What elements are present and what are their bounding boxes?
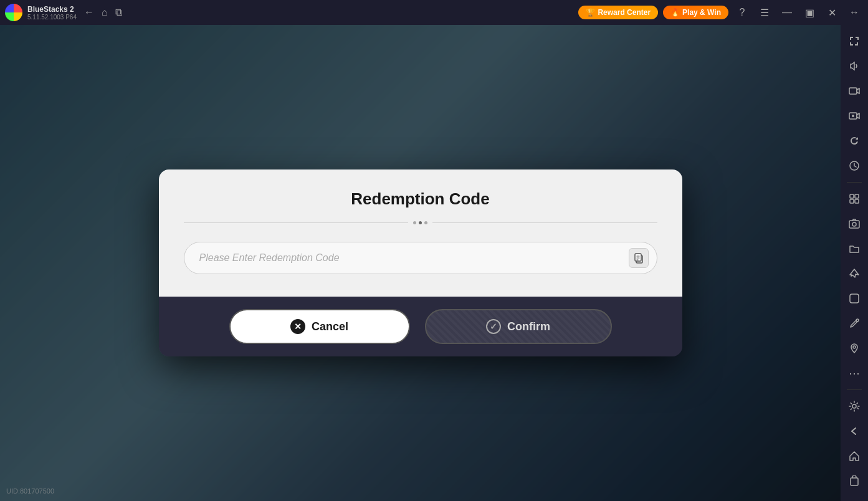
svg-point-12 xyxy=(853,346,856,348)
top-right-buttons: 🏆 Reward Center 🔥 Play & Win xyxy=(578,6,728,19)
confirm-icon: ✓ xyxy=(486,319,501,334)
top-bar: BlueStacks 2 5.11.52.1003 P64 ← ⌂ ⧉ 🏆 Re… xyxy=(0,0,868,25)
svg-rect-8 xyxy=(849,221,859,228)
record-icon[interactable] xyxy=(843,105,866,127)
sidebar-divider-2 xyxy=(847,389,862,390)
cancel-icon: ✕ xyxy=(290,319,305,334)
volume-icon[interactable] xyxy=(843,55,866,77)
svg-rect-5 xyxy=(855,194,859,198)
divider-line-right xyxy=(432,222,657,223)
divider-dot-2 xyxy=(419,221,422,224)
folder-icon[interactable] xyxy=(843,237,866,260)
reward-center-button[interactable]: 🏆 Reward Center xyxy=(578,6,658,19)
svg-point-13 xyxy=(852,404,856,408)
modal-body: Redemption Code xyxy=(159,169,682,297)
modal-title: Redemption Code xyxy=(184,189,657,209)
app-info: BlueStacks 2 5.11.52.1003 P64 xyxy=(27,5,77,21)
menu-icon[interactable]: ☰ xyxy=(756,4,773,21)
video-icon[interactable] xyxy=(843,80,866,102)
divider-dot-3 xyxy=(424,221,427,224)
fullscreen-icon[interactable] xyxy=(843,30,866,52)
screenshot-icon[interactable] xyxy=(843,212,866,235)
window-controls: ? ☰ — ▣ ✕ ↔ xyxy=(733,4,863,21)
sidebar-divider-1 xyxy=(847,182,862,183)
confirm-label: Confirm xyxy=(507,320,550,333)
home-nav-icon[interactable] xyxy=(843,445,866,467)
cancel-label: Cancel xyxy=(312,320,348,333)
divider-dot-1 xyxy=(413,221,416,224)
modal-footer: ✕ Cancel ✓ Confirm xyxy=(159,297,682,356)
multi-instance-icon[interactable]: ⧉ xyxy=(115,7,122,18)
settings-icon[interactable] xyxy=(843,395,866,418)
svg-point-11 xyxy=(856,319,859,322)
expand-icon[interactable]: ↔ xyxy=(846,4,863,21)
modal-divider xyxy=(184,221,657,224)
divider-dots xyxy=(413,221,427,224)
code-input-wrapper xyxy=(184,242,657,274)
minimize-icon[interactable]: — xyxy=(778,4,796,21)
location-icon[interactable] xyxy=(843,337,866,360)
app-version: 5.11.52.1003 P64 xyxy=(27,14,77,21)
svg-point-9 xyxy=(852,222,856,226)
eco-icon[interactable] xyxy=(843,287,866,310)
play-win-label: Play & Win xyxy=(682,8,721,17)
app-name: BlueStacks 2 xyxy=(27,5,77,14)
clipboard-icon[interactable] xyxy=(843,470,866,492)
redemption-modal: Redemption Code xyxy=(159,169,682,356)
modal-overlay: Redemption Code xyxy=(0,25,841,501)
svg-rect-6 xyxy=(850,199,854,203)
cancel-button[interactable]: ✕ Cancel xyxy=(229,309,410,344)
restore-icon[interactable]: ▣ xyxy=(801,4,818,21)
refresh-icon[interactable] xyxy=(843,130,866,152)
reward-icon: 🏆 xyxy=(586,8,595,17)
back-nav-icon[interactable] xyxy=(843,420,866,442)
svg-rect-7 xyxy=(855,199,859,203)
svg-point-2 xyxy=(852,115,854,117)
svg-rect-0 xyxy=(849,88,857,94)
rotate-icon[interactable] xyxy=(843,155,866,177)
close-icon[interactable]: ✕ xyxy=(823,4,841,21)
redemption-code-input[interactable] xyxy=(184,242,657,274)
logo-icon xyxy=(5,4,22,21)
apps-icon[interactable] xyxy=(843,188,866,210)
app-logo: BlueStacks 2 5.11.52.1003 P64 xyxy=(5,4,77,21)
back-icon[interactable]: ← xyxy=(84,7,94,18)
draw-icon[interactable] xyxy=(843,312,866,335)
nav-controls: ← ⌂ ⧉ xyxy=(84,7,122,18)
home-icon[interactable]: ⌂ xyxy=(102,7,108,18)
svg-rect-10 xyxy=(850,294,859,303)
right-sidebar: ⋯ xyxy=(841,25,868,501)
confirm-button[interactable]: ✓ Confirm xyxy=(425,309,612,344)
help-icon[interactable]: ? xyxy=(733,4,751,21)
play-icon: 🔥 xyxy=(670,8,680,17)
play-win-button[interactable]: 🔥 Play & Win xyxy=(663,6,728,19)
airplane-icon[interactable] xyxy=(843,262,866,285)
divider-line-left xyxy=(184,222,409,223)
reward-label: Reward Center xyxy=(598,8,651,17)
paste-icon[interactable] xyxy=(629,248,649,268)
more-icon[interactable]: ⋯ xyxy=(843,362,866,384)
svg-rect-14 xyxy=(851,478,858,485)
svg-rect-4 xyxy=(850,194,854,198)
